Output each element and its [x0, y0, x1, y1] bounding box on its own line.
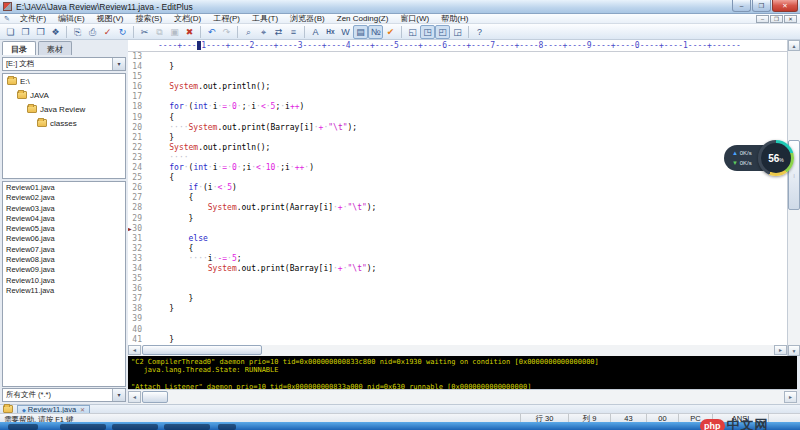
minimize-button[interactable]: –	[732, 0, 751, 12]
new-file-icon[interactable]: ❏	[3, 25, 18, 39]
menu-item[interactable]: 工程(P)	[207, 14, 246, 24]
child-close-button[interactable]: ✕	[784, 15, 797, 23]
maximize-button[interactable]: ❐	[752, 0, 771, 12]
scroll-right-arrow[interactable]: ►	[774, 345, 787, 355]
console-scroll-thumb[interactable]	[142, 391, 168, 403]
scroll-down-arrow[interactable]: ▼	[788, 345, 800, 356]
code-line: 33 ····i·-=·5;	[128, 254, 787, 264]
line-number: 38	[128, 304, 150, 314]
tab-cliptext[interactable]: 素材	[38, 41, 72, 55]
browser-view-icon[interactable]: ◱	[405, 25, 420, 39]
tree-item[interactable]: JAVA	[3, 88, 125, 102]
print-icon[interactable]: ⎙	[85, 25, 100, 39]
file-list-item[interactable]: Review09.java	[3, 265, 125, 275]
ftp-upload-icon[interactable]: ↻	[115, 25, 130, 39]
file-filter-selector[interactable]: 所有文件 (*.*) ▾	[2, 388, 126, 402]
tree-item[interactable]: E:\	[3, 74, 125, 88]
chevron-down-icon[interactable]: ▾	[112, 389, 125, 401]
child-minimize-button[interactable]: –	[756, 15, 769, 23]
find-in-files-icon[interactable]: ⌖	[256, 25, 271, 39]
tab-state-icon: ◆	[22, 407, 26, 413]
file-list-item[interactable]: Review07.java	[3, 245, 125, 255]
toggle-line-numbers-icon[interactable]: №	[368, 25, 383, 39]
vertical-scrollbar[interactable]: ▲ ⁞ ▼	[787, 40, 800, 356]
redo-icon[interactable]: ↷	[219, 25, 234, 39]
file-list-item[interactable]: Review03.java	[3, 204, 125, 214]
toggle-output-icon[interactable]: ▤	[353, 25, 368, 39]
tab-close-icon[interactable]: ✕	[80, 406, 85, 413]
scroll-left-arrow[interactable]: ◄	[128, 345, 141, 355]
title-bar: E:\JAVA\Java Review\Review11.java - Edit…	[0, 0, 800, 14]
horizontal-scrollbar[interactable]: ◄ ►	[128, 345, 787, 356]
save-file-icon[interactable]: ❒	[33, 25, 48, 39]
code-text: for·(int·i·=·0·;·i·<·5;·i++)	[150, 102, 787, 112]
file-list-item[interactable]: Review01.java	[3, 183, 125, 193]
syntax-check-icon[interactable]: ✔	[383, 25, 398, 39]
file-list-item[interactable]: Review08.java	[3, 255, 125, 265]
file-list-item[interactable]: Review06.java	[3, 234, 125, 244]
open-file-icon[interactable]: ❐	[18, 25, 33, 39]
replace-icon[interactable]: ⇄	[271, 25, 286, 39]
font-size-icon[interactable]: A	[308, 25, 323, 39]
console-scrollbar[interactable]: ◄ ►	[128, 389, 797, 404]
paste-icon[interactable]: ▣	[167, 25, 182, 39]
console-scroll-left-arrow[interactable]: ◄	[128, 391, 141, 403]
menu-item[interactable]: 搜索(S)	[129, 14, 168, 24]
file-list-item[interactable]: Review10.java	[3, 276, 125, 286]
taskbar-item[interactable]	[112, 424, 158, 430]
taskbar-item[interactable]	[218, 424, 236, 430]
taskbar-item[interactable]	[8, 424, 38, 430]
code-text: System.out.print(Aarray[i]·+·"\t");	[150, 203, 787, 213]
word-wrap-icon[interactable]: W	[338, 25, 353, 39]
horizontal-scroll-thumb[interactable]	[142, 345, 262, 355]
directory-tree[interactable]: E:\JAVAJava Reviewclasses	[2, 73, 126, 179]
project-panel-icon[interactable]: ◰	[435, 25, 450, 39]
menu-item[interactable]: 文档(D)	[168, 14, 207, 24]
upload-arrow-icon: ▲	[732, 150, 738, 156]
file-list-item[interactable]: Review11.java	[3, 286, 125, 296]
console-scroll-right-arrow[interactable]: ►	[784, 391, 797, 403]
find-icon[interactable]: ⌕	[241, 25, 256, 39]
new-window-icon[interactable]: ◲	[450, 25, 465, 39]
menu-item[interactable]: 文件(F)	[14, 14, 52, 24]
menu-item[interactable]: 编辑(E)	[52, 14, 91, 24]
tab-directory[interactable]: 目录	[2, 41, 36, 55]
save-all-icon[interactable]: ❖	[48, 25, 63, 39]
split-window-icon[interactable]: ◳	[420, 25, 435, 39]
menu-item[interactable]: 帮助(H)	[435, 14, 474, 24]
copy-icon[interactable]: ⧉	[152, 25, 167, 39]
hex-view-icon[interactable]: Hx	[323, 25, 338, 39]
spell-check-icon[interactable]: ✓	[100, 25, 115, 39]
delete-icon[interactable]: ✖	[182, 25, 197, 39]
output-console[interactable]: "C2 CompilerThread0" daemon prio=10 tid=…	[128, 356, 797, 389]
tree-item[interactable]: classes	[3, 116, 125, 130]
file-list-item[interactable]: Review04.java	[3, 214, 125, 224]
memory-usage-ring[interactable]: 56%	[758, 140, 794, 176]
net-speed-widget[interactable]: ▲ 0K/s ▼ 0K/s 56%	[724, 140, 794, 178]
code-text: else	[150, 234, 787, 244]
goto-line-icon[interactable]: ≡	[286, 25, 301, 39]
print-preview-icon[interactable]: ⎘	[70, 25, 85, 39]
scroll-up-arrow[interactable]: ▲	[788, 40, 800, 51]
taskbar-item[interactable]	[164, 424, 210, 430]
file-list[interactable]: Review01.javaReview02.javaReview03.javaR…	[2, 181, 126, 387]
context-help-icon[interactable]: ?	[472, 25, 487, 39]
taskbar-item[interactable]	[60, 424, 106, 430]
cut-icon[interactable]: ✂	[137, 25, 152, 39]
code-line: 18 for·(int·i·=·0·;·i·<·5;·i++)	[128, 102, 787, 112]
code-editor[interactable]: 1314 }1516 System.out.println();1718 for…	[128, 52, 787, 345]
tree-item[interactable]: Java Review	[3, 102, 125, 116]
chevron-down-icon[interactable]: ▾	[112, 58, 125, 70]
file-list-item[interactable]: Review05.java	[3, 224, 125, 234]
child-restore-button[interactable]: ❐	[770, 15, 783, 23]
undo-icon[interactable]: ↶	[204, 25, 219, 39]
folder-icon[interactable]	[3, 405, 13, 413]
menu-item[interactable]: 工具(T)	[246, 14, 284, 24]
close-button[interactable]: ✕	[772, 0, 798, 12]
menu-item[interactable]: Zen Coding(Z)	[331, 14, 395, 24]
file-list-item[interactable]: Review02.java	[3, 193, 125, 203]
drive-selector[interactable]: [E:] 文档 ▾	[2, 57, 126, 71]
menu-item[interactable]: 视图(V)	[91, 14, 130, 24]
menu-item[interactable]: 窗口(W)	[394, 14, 435, 24]
menu-item[interactable]: 浏览器(B)	[284, 14, 331, 24]
